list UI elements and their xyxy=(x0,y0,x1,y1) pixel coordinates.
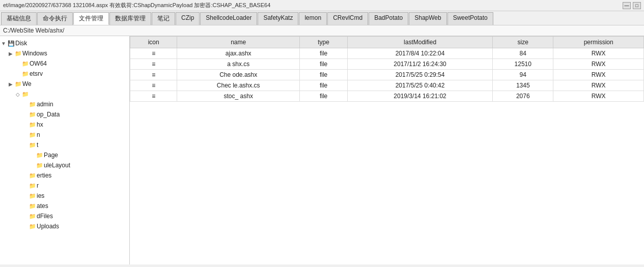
title-text: et/image/20200927/637368 1321084.aspx 有效… xyxy=(3,2,623,9)
folder-icon-edfiles: 📁 xyxy=(29,213,37,220)
nav-tab-数据库管理[interactable]: 数据库管理 xyxy=(109,12,151,25)
tree-item-edfiles[interactable]: 📁dFiles xyxy=(0,211,129,221)
tree-item-ies[interactable]: 📁ies xyxy=(0,191,129,201)
nav-tab-ShapWeb[interactable]: ShapWeb xyxy=(409,12,446,25)
cell-size-4: 2076 xyxy=(493,91,553,102)
table-row[interactable]: ≡ajax.ashxfile2017/8/4 10:22:0484RWX xyxy=(130,48,644,59)
table-row[interactable]: ≡stoc_ ashxfile2019/3/14 16:21:022076RWX xyxy=(130,91,644,102)
folder-icon-hx: 📁 xyxy=(29,122,37,128)
cell-icon-3: ≡ xyxy=(130,80,177,91)
folder-icon-t: 📁 xyxy=(29,142,37,149)
cell-type-2: file xyxy=(300,70,348,80)
tree-item-uploads[interactable]: 📁Uploads xyxy=(0,221,129,231)
tree-label-disk: Disk xyxy=(15,40,27,47)
tree-item-admin[interactable]: 📁admin xyxy=(0,99,129,109)
col-header-size[interactable]: size xyxy=(493,37,553,48)
cell-lastModified-4: 2019/3/14 16:21:02 xyxy=(348,91,493,102)
nav-tab-SweetPotato[interactable]: SweetPotato xyxy=(447,12,493,25)
maximize-button[interactable]: □ xyxy=(633,2,641,9)
nav-tab-文件管理[interactable]: 文件管理 xyxy=(73,12,109,25)
cell-size-3: 1345 xyxy=(493,80,553,91)
tree-item-ates[interactable]: 📁ates xyxy=(0,201,129,211)
tree-label-t: t xyxy=(37,141,38,149)
cell-permission-3: RWX xyxy=(553,80,644,91)
tree-item-we[interactable]: ▶📁We xyxy=(0,79,129,89)
cell-name-3[interactable]: Chec le.ashx.cs xyxy=(177,80,300,91)
tree-item-windows[interactable]: ▶📁Windows xyxy=(0,48,129,58)
tree-item-n[interactable]: 📁n xyxy=(0,130,129,140)
window-controls: — □ xyxy=(623,2,641,9)
tree-label-windows: Windows xyxy=(22,50,47,57)
folder-icon-uploads: 📁 xyxy=(29,223,37,230)
cell-name-4[interactable]: stoc_ ashx xyxy=(177,91,300,102)
tree-item-disk[interactable]: ▼💾Disk xyxy=(0,38,129,48)
tree-item-op_data[interactable]: 📁op_Data xyxy=(0,109,129,120)
cell-size-2: 94 xyxy=(493,70,553,80)
tree-item-r[interactable]: 📁r xyxy=(0,181,129,191)
tree-item-page[interactable]: 📁Page xyxy=(0,150,129,160)
tree-label-admin: admin xyxy=(37,101,53,108)
nav-tab-笔记[interactable]: 笔记 xyxy=(152,12,175,25)
cell-type-3: file xyxy=(300,80,348,91)
cell-icon-0: ≡ xyxy=(130,48,177,59)
tree-label-uploads: Uploads xyxy=(37,223,59,230)
tree-label-wow64: OW64 xyxy=(30,60,47,67)
col-header-icon[interactable]: icon xyxy=(130,37,177,48)
table-row[interactable]: ≡a shx.csfile2017/11/2 16:24:3012510RWX xyxy=(130,59,644,70)
tree-item-sub1[interactable]: ◇📁 xyxy=(0,89,129,99)
col-header-name[interactable]: name xyxy=(177,37,300,48)
main-layout: ▼💾Disk▶📁Windows📁OW64📁etsrv▶📁We◇📁📁admin📁o… xyxy=(0,36,644,264)
nav-tab-ShellcodeLoader[interactable]: ShellcodeLoader xyxy=(200,12,257,25)
nav-tab-基础信息[interactable]: 基础信息 xyxy=(1,12,37,25)
table-row[interactable]: ≡Che ode.ashxfile2017/5/25 0:29:5494RWX xyxy=(130,70,644,80)
nav-tab-SafetyKatz[interactable]: SafetyKatz xyxy=(258,12,298,25)
tree-label-etsrv: etsrv xyxy=(30,70,43,77)
cell-size-1: 12510 xyxy=(493,59,553,70)
tree-item-erties[interactable]: 📁erties xyxy=(0,170,129,181)
col-header-permission[interactable]: permission xyxy=(553,37,644,48)
cell-permission-1: RWX xyxy=(553,59,644,70)
folder-icon-windows: 📁 xyxy=(14,50,22,57)
folder-icon-admin: 📁 xyxy=(29,101,37,108)
cell-permission-4: RWX xyxy=(553,91,644,102)
table-row[interactable]: ≡Chec le.ashx.csfile2017/5/25 0:40:42134… xyxy=(130,80,644,91)
tree-label-op_data: op_Data xyxy=(37,111,60,118)
nav-tab-CZip[interactable]: CZip xyxy=(176,12,200,25)
tree-item-etsrv[interactable]: 📁etsrv xyxy=(0,69,129,79)
tree-toggle-windows: ▶ xyxy=(7,51,14,56)
cell-type-4: file xyxy=(300,91,348,102)
tree-label-hx: hx xyxy=(37,121,43,128)
tree-item-ulelayout[interactable]: 📁uleLayout xyxy=(0,160,129,170)
folder-icon-we: 📁 xyxy=(14,81,22,87)
folder-icon-n: 📁 xyxy=(29,132,37,138)
table-body: ≡ajax.ashxfile2017/8/4 10:22:0484RWX≡a s… xyxy=(130,48,644,102)
cell-name-2[interactable]: Che ode.ashx xyxy=(177,70,300,80)
folder-icon-page: 📁 xyxy=(36,152,44,159)
nav-tab-BadPotato[interactable]: BadPotato xyxy=(369,12,408,25)
tree-item-hx[interactable]: 📁hx xyxy=(0,120,129,130)
folder-icon-r: 📁 xyxy=(29,183,37,189)
tree-label-ates: ates xyxy=(37,202,48,210)
path-bar: C:/WebSite Web/ashx/ xyxy=(0,25,644,36)
tree-item-t[interactable]: 📁t xyxy=(0,140,129,150)
tree-label-edfiles: dFiles xyxy=(37,213,53,220)
tree-label-ulelayout: uleLayout xyxy=(44,162,70,169)
cell-name-1[interactable]: a shx.cs xyxy=(177,59,300,70)
tree-toggle-we: ▶ xyxy=(7,81,14,87)
folder-icon-op_data: 📁 xyxy=(29,111,37,118)
nav-tab-命令执行[interactable]: 命令执行 xyxy=(37,12,73,25)
col-header-type[interactable]: type xyxy=(300,37,348,48)
cell-type-0: file xyxy=(300,48,348,59)
folder-icon-wow64: 📁 xyxy=(21,61,30,67)
cell-name-0[interactable]: ajax.ashx xyxy=(177,48,300,59)
cell-type-1: file xyxy=(300,59,348,70)
cell-lastModified-0: 2017/8/4 10:22:04 xyxy=(348,48,493,59)
nav-tab-CRevlCmd[interactable]: CRevlCmd xyxy=(327,12,368,25)
nav-tabs: 基础信息命令执行文件管理数据库管理笔记CZipShellcodeLoaderSa… xyxy=(0,11,644,25)
nav-tab-lemon[interactable]: lemon xyxy=(299,12,327,25)
minimize-button[interactable]: — xyxy=(623,2,631,9)
title-bar: et/image/20200927/637368 1321084.aspx 有效… xyxy=(0,0,644,11)
col-header-lastModified[interactable]: lastModified xyxy=(348,37,493,48)
cell-permission-2: RWX xyxy=(553,70,644,80)
tree-item-wow64[interactable]: 📁OW64 xyxy=(0,58,129,69)
